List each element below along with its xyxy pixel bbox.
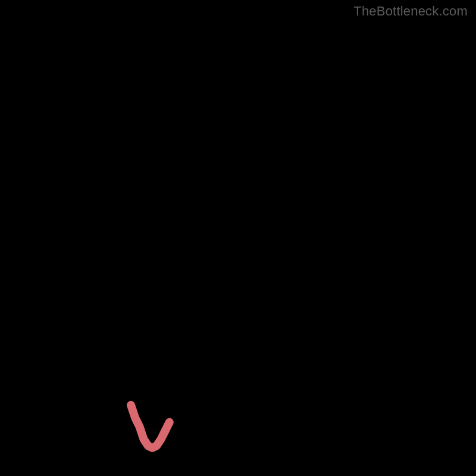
chart-frame: TheBottleneck.com: [0, 0, 476, 476]
watermark-label: TheBottleneck.com: [353, 4, 468, 19]
highlight-segment: [131, 405, 170, 448]
plot-area: [24, 24, 452, 452]
curve-layer: [24, 24, 452, 452]
bottleneck-curve: [32, 24, 452, 448]
